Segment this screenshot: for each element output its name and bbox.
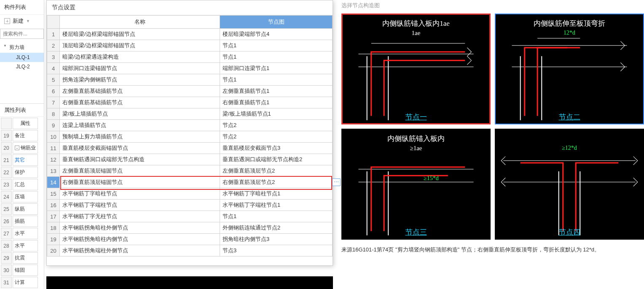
row-num: 27	[1, 228, 12, 239]
row-num: 21	[1, 154, 12, 166]
node-row[interactable]: 3暗梁/边框梁遇连梁构造节点1	[47, 51, 333, 63]
property-row[interactable]: 31计算	[1, 277, 38, 288]
row-num: 5	[47, 74, 60, 86]
node-diagram-value[interactable]: 节点1	[220, 51, 333, 63]
node-name: 左侧垂直筋顶层锚固节点	[60, 165, 220, 177]
node-name: 水平钢筋丁字无柱节点	[60, 211, 220, 222]
node-row[interactable]: 20水平钢筋拐角端柱外侧节点节点3	[47, 245, 333, 257]
property-row[interactable]: 23汇总	[1, 179, 38, 190]
expand-icon[interactable]: -	[15, 146, 19, 150]
node-row[interactable]: 15水平钢筋丁字暗柱节点水平钢筋丁字暗柱节点1	[47, 188, 333, 200]
property-row[interactable]: 25纵筋	[1, 203, 38, 215]
property-row[interactable]: 30锚固	[1, 265, 38, 276]
source-text: 来源16G101-1第74页 "剪力墙竖向钢筋顶部构造" 节点；右侧垂直筋伸至板…	[341, 246, 644, 254]
property-row[interactable]: 19备注	[1, 130, 38, 141]
diagram-title: 内侧纵筋伸至板顶弯折	[495, 19, 644, 28]
node-row[interactable]: 8梁/板上墙插筋节点梁/板上墙插筋节点1	[47, 108, 333, 120]
node-diagram-value[interactable]: 端部洞口连梁节点1	[220, 63, 333, 74]
node-name: 右侧垂直筋顶层锚固节点	[60, 177, 220, 188]
diagram-subtitle: ≥12*d	[495, 145, 644, 151]
node-row[interactable]: 18水平钢筋拐角暗柱外侧节点外侧钢筋连续通过节点2	[47, 222, 333, 234]
property-name: 压墙	[13, 191, 38, 203]
diagram-option[interactable]: 内侧纵筋伸至板顶弯折12*d节点二	[495, 14, 644, 124]
node-row[interactable]: 11垂直筋楼层变截面锚固节点垂直筋楼层变截面节点3	[47, 143, 333, 154]
node-diagram-value[interactable]: 水平钢筋丁字端柱节点1	[220, 200, 333, 211]
new-button[interactable]: 新建 ▼	[0, 15, 44, 27]
node-row[interactable]: 14右侧垂直筋顶层锚固节点右侧垂直筋顶层节点2	[47, 177, 333, 188]
node-diagram-value[interactable]: 右侧垂直插筋节点1	[220, 97, 333, 108]
node-diagram-value[interactable]: 拐角暗柱内侧节点3	[220, 234, 333, 245]
node-diagram-value[interactable]: 梁/板上墙插筋节点1	[220, 108, 333, 120]
node-name: 预制墙上剪力墙插筋节点	[60, 131, 220, 143]
node-row[interactable]: 13左侧垂直筋顶层锚固节点左侧垂直筋顶层节点2	[47, 165, 333, 177]
node-row[interactable]: 2顶层暗梁/边框梁端部锚固节点节点1	[47, 40, 333, 51]
diagram-option[interactable]: 内侧纵筋锚入板内1ae1ae节点一	[341, 14, 491, 124]
node-diagram-value[interactable]: 垂直筋楼层变截面节点3	[220, 143, 333, 154]
property-row[interactable]: 20-钢筋业	[1, 142, 38, 154]
property-row[interactable]: 29抗震	[1, 252, 38, 264]
component-list-title: 构件列表	[0, 0, 44, 15]
node-row[interactable]: 9连梁上墙插筋节点节点2	[47, 120, 333, 131]
node-name: 垂直钢筋遇洞口或端部无节点构造	[60, 154, 220, 165]
node-name: 水平钢筋拐角暗柱外侧节点	[60, 222, 220, 234]
row-num: 20	[47, 245, 60, 257]
tree-item[interactable]: JLQ-1	[0, 53, 44, 62]
row-num: 29	[1, 252, 12, 264]
node-name: 水平钢筋拐角端柱外侧节点	[60, 245, 220, 257]
node-name: 梁/板上墙插筋节点	[60, 108, 220, 120]
node-diagram-value[interactable]: 外侧钢筋连续通过节点2	[220, 222, 333, 234]
property-name: 汇总	[13, 179, 38, 190]
search-input[interactable]	[0, 29, 44, 39]
node-name: 暗梁/边框梁遇连梁构造	[60, 51, 220, 63]
row-num: 18	[47, 222, 60, 234]
node-name: 顶层暗梁/边框梁端部锚固节点	[60, 40, 220, 51]
node-diagram-value[interactable]: 右侧垂直筋顶层节点2	[220, 177, 333, 188]
node-diagram-value[interactable]: 垂直筋遇洞口或端部无节点构造2	[220, 154, 333, 165]
row-num: 17	[47, 211, 60, 222]
node-row[interactable]: 16水平钢筋丁字端柱节点水平钢筋丁字端柱节点1	[47, 200, 333, 211]
node-diagram-value[interactable]: 节点1	[220, 211, 333, 222]
row-num: 30	[1, 265, 12, 276]
diagram-option[interactable]: ≥12*d节点四	[495, 129, 644, 240]
diagram-label[interactable]: 节点二	[495, 112, 644, 122]
row-num: 8	[47, 108, 60, 120]
property-row[interactable]: 26插筋	[1, 216, 38, 227]
diagram-label[interactable]: 节点三	[341, 227, 491, 237]
node-col-name: 名称	[60, 16, 220, 29]
node-diagram-value[interactable]: 左侧垂直筋顶层节点2	[220, 165, 333, 177]
node-row[interactable]: 12垂直钢筋遇洞口或端部无节点构造垂直筋遇洞口或端部无节点构造2	[47, 154, 333, 165]
property-row[interactable]: 22保护	[1, 167, 38, 178]
node-row[interactable]: 1楼层暗梁/边框梁端部锚固节点楼层暗梁端部节点4	[47, 29, 333, 40]
tree-parent[interactable]: 剪力墙	[0, 42, 44, 53]
node-diagram-value[interactable]: 水平钢筋丁字暗柱节点1	[220, 188, 333, 200]
row-num: 22	[1, 167, 12, 178]
property-list-title: 属性列表	[0, 104, 44, 117]
node-row[interactable]: 7右侧垂直筋基础插筋节点右侧垂直插筋节点1	[47, 97, 333, 108]
node-row[interactable]: 5拐角连梁内侧钢筋节点节点1	[47, 74, 333, 86]
node-row[interactable]: 19水平钢筋拐角暗柱内侧节点拐角暗柱内侧节点3	[47, 234, 333, 245]
diagram-option[interactable]: 内侧纵筋锚入板内≥1ae≥15*d节点三	[341, 129, 491, 240]
diagram-subtitle: 1ae	[341, 30, 491, 37]
node-diagram-value[interactable]: 楼层暗梁端部节点4	[220, 29, 333, 40]
property-name: -钢筋业	[13, 142, 38, 154]
node-row[interactable]: 17水平钢筋丁字无柱节点节点1	[47, 211, 333, 222]
node-diagram-value[interactable]: 节点1	[220, 74, 333, 86]
diagram-label[interactable]: 节点四	[495, 227, 644, 237]
tree-item[interactable]: JLQ-2	[0, 62, 44, 71]
node-diagram-value[interactable]: 节点2	[220, 131, 333, 143]
more-button[interactable]: ⋯	[332, 178, 341, 186]
node-row[interactable]: 4端部洞口连梁锚固节点端部洞口连梁节点1	[47, 63, 333, 74]
property-row[interactable]: 24压墙	[1, 191, 38, 203]
node-row[interactable]: 10预制墙上剪力墙插筋节点节点2	[47, 131, 333, 143]
property-row[interactable]: 27水平	[1, 228, 38, 239]
property-row[interactable]: 21其它	[1, 154, 38, 166]
node-row[interactable]: 6左侧垂直筋基础插筋节点左侧垂直插筋节点1	[47, 86, 333, 97]
node-diagram-value[interactable]: 节点2	[220, 120, 333, 131]
diagram-label[interactable]: 节点一	[341, 112, 491, 122]
node-diagram-value[interactable]: 节点3	[220, 245, 333, 257]
property-name: 锚固	[13, 265, 38, 276]
property-row[interactable]: 28水平	[1, 240, 38, 251]
node-diagram-value[interactable]: 左侧垂直插筋节点1	[220, 86, 333, 97]
row-num: 26	[1, 216, 12, 227]
node-diagram-value[interactable]: 节点1	[220, 40, 333, 51]
